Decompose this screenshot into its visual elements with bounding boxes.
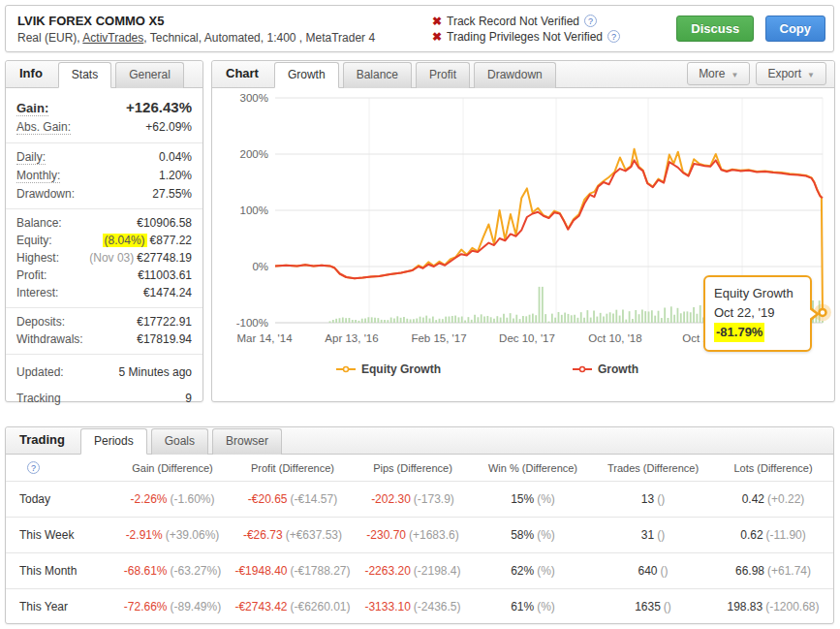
table-help-cell: ?: [6, 461, 112, 474]
growth-chart[interactable]: 300%200%100%0%-100%Mar 14, '14Apr 13, '1…: [212, 88, 836, 403]
cell-difference: (-1.60%): [171, 492, 215, 506]
tab-goals[interactable]: Goals: [151, 428, 208, 455]
subtitle-text: , Technical, Automated, 1:400 , MetaTrad…: [143, 31, 375, 45]
cell-difference: (%): [537, 564, 555, 578]
table-cell: -68.61%(-63.27%): [112, 564, 233, 578]
cell-difference: (-89.49%): [171, 600, 222, 613]
stat-value: (8.04%)€877.22: [103, 234, 192, 247]
table-cell: 15%(%): [473, 492, 593, 506]
cell-value: 198.83: [727, 600, 762, 613]
stat-group: Updated:5 Minutes agoTracking9: [6, 354, 202, 414]
column-header: Win % (Difference): [473, 462, 593, 474]
chevron-down-icon: ▼: [731, 71, 738, 79]
cell-value: -202.30: [371, 492, 411, 506]
stat-label: Monthly:: [16, 169, 60, 183]
cell-value: -€2743.42: [234, 600, 287, 613]
tab-profit[interactable]: Profit: [416, 62, 470, 88]
tab-growth[interactable]: Growth: [274, 62, 339, 88]
sidebar-stats: Gain:+126.43%Abs. Gain:+62.09%Daily:0.04…: [6, 88, 202, 414]
table-body: Today-2.26%(-1.60%)-€20.65(-€14.57)-202.…: [6, 481, 833, 624]
discuss-button[interactable]: Discuss: [676, 16, 754, 42]
export-button[interactable]: Export▼: [756, 62, 826, 85]
y-tick-label: 100%: [240, 204, 268, 216]
chart-tabs: GrowthBalanceProfitDrawdown: [274, 62, 560, 87]
stat-value: (Nov 03)€27748.19: [89, 251, 192, 265]
y-tick-label: 0%: [252, 261, 268, 272]
table-cell: -2.91%(+39.06%): [112, 528, 233, 542]
x-tick-label: Mar 14, '14: [236, 332, 293, 344]
stat-label: Daily:: [16, 150, 46, 165]
chart-tooltip: Equity Growth Oct 22, '19 -81.79%: [703, 275, 812, 352]
chart-toolbar: More▼ Export▼: [687, 62, 826, 87]
tab-balance[interactable]: Balance: [343, 62, 412, 88]
stats-sidebar: Info StatsGeneral Gain:+126.43%Abs. Gain…: [5, 60, 203, 402]
table-cell: -€26.73(+€637.53): [233, 528, 353, 542]
cell-value: 61%: [511, 600, 534, 613]
stat-label: Tracking: [16, 392, 61, 405]
cell-difference: (-€6260.01): [291, 600, 351, 613]
cell-difference: (): [657, 492, 665, 506]
cell-difference: (+€637.53): [286, 528, 342, 542]
chart-tabstrip: Chart GrowthBalanceProfitDrawdown More▼ …: [212, 61, 834, 88]
copy-button[interactable]: Copy: [765, 16, 826, 42]
verification-line: ✖Track Record Not Verified?: [432, 15, 676, 28]
cell-value: -3133.10: [364, 600, 410, 613]
more-button[interactable]: More▼: [687, 62, 750, 85]
stat-label: Withdrawals:: [16, 332, 83, 346]
tab-browser[interactable]: Browser: [212, 428, 282, 455]
cell-difference: (): [664, 600, 671, 613]
cell-difference: (): [657, 528, 665, 542]
broker-link[interactable]: ActivTrades: [82, 31, 143, 45]
verification-text: Trading Privileges Not Verified: [447, 30, 603, 44]
sidebar-panel-label: Info: [14, 66, 58, 87]
legend-item[interactable]: Equity Growth: [361, 362, 441, 376]
stat-row: Drawdown:27.55%: [6, 185, 202, 203]
tab-stats[interactable]: Stats: [58, 62, 111, 88]
cell-difference: (-1200.68): [765, 600, 819, 613]
x-tick-label: Oct 10, '18: [588, 332, 641, 344]
legend-item[interactable]: Growth: [598, 362, 638, 376]
stat-label: Deposits:: [16, 315, 65, 329]
stat-label: Drawdown:: [16, 187, 75, 201]
help-icon[interactable]: ?: [607, 30, 620, 43]
cell-value: 13: [641, 492, 654, 506]
stat-prefix: (8.04%): [103, 234, 147, 247]
stat-value: +126.43%: [126, 99, 192, 115]
cell-value: -€26.73: [243, 528, 283, 542]
help-icon[interactable]: ?: [584, 15, 597, 27]
stat-number: €27748.19: [137, 251, 192, 265]
y-tick-label: 200%: [240, 148, 268, 160]
stat-row: Equity:(8.04%)€877.22: [6, 232, 202, 249]
table-cell: -3133.10(-2436.5): [353, 600, 473, 613]
account-title: LVIK FOREX COMMO X5: [17, 14, 432, 28]
tooltip-series: Equity Growth: [714, 284, 801, 303]
x-tick-label: Feb 15, '17: [411, 332, 466, 344]
help-icon[interactable]: ?: [27, 461, 40, 474]
table-cell: 0.42(+0.22): [713, 492, 833, 506]
tooltip-arrow: [808, 308, 816, 320]
stat-number: +62.09%: [145, 120, 192, 134]
cell-difference: (%): [537, 600, 555, 613]
column-header: Trades (Difference): [593, 462, 713, 474]
table-cell: 1635(): [593, 600, 713, 613]
stat-number: +126.43%: [126, 99, 192, 115]
stat-value: 5 Minutes ago: [119, 365, 192, 379]
cell-difference: (-63.27%): [171, 564, 222, 578]
stat-value: +62.09%: [145, 120, 192, 134]
cell-difference: (): [661, 564, 669, 578]
stat-row: Balance:€10906.58: [6, 214, 202, 232]
table-cell: 13(): [593, 492, 713, 506]
tab-periods[interactable]: Periods: [80, 428, 147, 455]
chart-panel: Chart GrowthBalanceProfitDrawdown More▼ …: [211, 60, 835, 402]
tab-general[interactable]: General: [115, 62, 184, 88]
stat-row: Withdrawals:€17819.94: [6, 330, 202, 348]
table-header-row: ?Gain (Difference)Profit (Difference)Pip…: [6, 455, 833, 481]
stat-value: €11003.61: [138, 268, 192, 282]
x-tick-label: Dec 10, '17: [499, 332, 555, 344]
cell-value: 0.42: [742, 492, 764, 506]
tab-drawdown[interactable]: Drawdown: [474, 62, 556, 88]
cell-value: 1635: [635, 600, 661, 613]
series-growth: [275, 160, 823, 278]
y-tick-label: -100%: [236, 317, 268, 329]
stat-number: €1474.24: [143, 286, 192, 299]
